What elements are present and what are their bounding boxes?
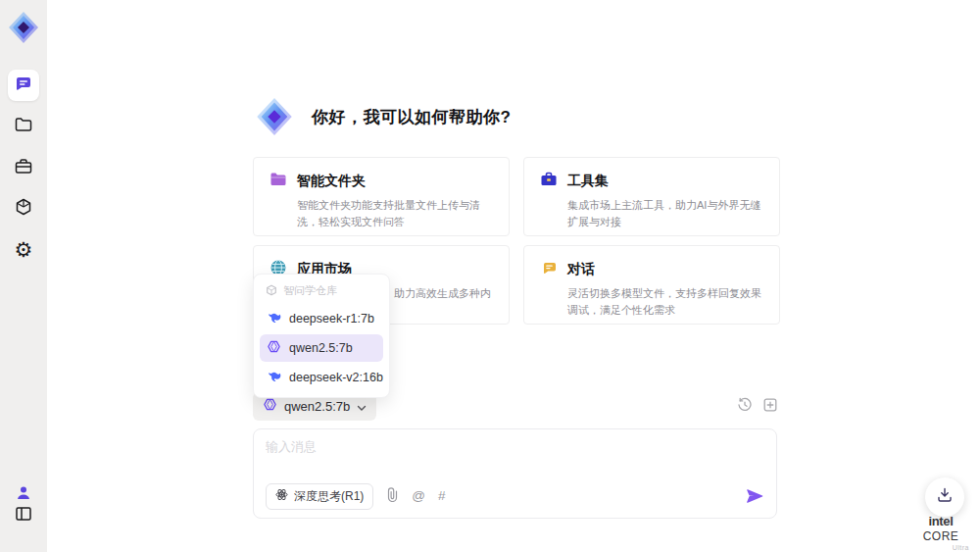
model-dropdown-header: 智问学仓库 <box>260 280 383 303</box>
model-option-deepseek-v2[interactable]: deepseek-v2:16b <box>260 364 383 391</box>
card-description: 智能文件夹功能支持批量文件上传与清洗，轻松实现文件问答 <box>297 197 493 230</box>
composer-toolbar: 深度思考(R1) @ # <box>266 483 764 509</box>
model-option-label: qwen2.5:7b <box>289 341 353 355</box>
chat-card-icon <box>540 259 558 280</box>
qwen-icon <box>267 339 281 357</box>
core-tier-label: Ultra <box>912 544 969 551</box>
message-input[interactable] <box>266 438 756 477</box>
repository-icon <box>266 284 277 298</box>
folder-icon <box>14 115 33 138</box>
sidebar: ⚙ <box>0 0 47 552</box>
model-option-label: deepseek-r1:7b <box>289 312 374 326</box>
card-title: 工具集 <box>567 173 609 190</box>
history-icon[interactable] <box>737 397 753 413</box>
card-smart-folder[interactable]: 智能文件夹 智能文件夹功能支持批量文件上传与清洗，轻松实现文件问答 <box>253 157 510 236</box>
page-title: 你好，我可以如何帮助你? <box>312 106 511 128</box>
card-title: 对话 <box>567 261 595 278</box>
model-option-label: deepseek-v2:16b <box>289 371 383 384</box>
chevron-down-icon <box>357 398 367 416</box>
download-button[interactable] <box>925 477 964 517</box>
cube-icon <box>14 197 33 221</box>
new-chat-icon[interactable] <box>762 397 778 413</box>
core-wordmark: core <box>923 529 959 543</box>
sidebar-item-settings[interactable]: ⚙ <box>8 233 39 265</box>
chat-icon <box>14 74 33 97</box>
deep-think-toggle[interactable]: 深度思考(R1) <box>266 483 373 510</box>
greeting: 你好，我可以如何帮助你? <box>255 97 511 136</box>
model-dropdown: 智问学仓库 deepseek-r1:7b qwen2.5:7b <box>253 274 390 398</box>
briefcase-icon <box>14 157 33 180</box>
deepseek-icon <box>267 310 281 327</box>
intel-wordmark: intel <box>928 514 953 528</box>
send-icon[interactable] <box>745 486 764 506</box>
sidebar-item-chat[interactable] <box>8 70 39 101</box>
model-option-deepseek-r1[interactable]: deepseek-r1:7b <box>260 305 383 332</box>
panel-icon <box>14 504 33 527</box>
message-composer: 深度思考(R1) @ # <box>253 428 777 519</box>
mention-icon[interactable]: @ <box>412 489 425 503</box>
card-chat[interactable]: 对话 灵活切换多模型文件，支持多样回复效果调试，满足个性化需求 <box>523 245 780 325</box>
folder-card-icon <box>270 171 287 192</box>
intel-core-logo: intel core Ultra <box>912 514 969 551</box>
app-window: ⚙ <box>0 0 980 552</box>
card-title: 智能文件夹 <box>297 173 366 190</box>
sidebar-item-apps[interactable] <box>8 193 39 225</box>
card-toolset[interactable]: 工具集 集成市场上主流工具，助力AI与外界无缝扩展与对接 <box>523 157 780 236</box>
greeting-logo-icon <box>255 97 294 136</box>
gear-icon: ⚙ <box>15 239 33 260</box>
app-logo-icon <box>6 10 41 45</box>
deep-think-label: 深度思考(R1) <box>294 488 364 505</box>
model-option-qwen[interactable]: qwen2.5:7b <box>260 334 383 362</box>
card-description: 灵活切换多模型文件，支持多样回复效果调试，满足个性化需求 <box>567 285 763 319</box>
model-dropdown-header-label: 智问学仓库 <box>283 283 337 298</box>
sidebar-item-tools[interactable] <box>8 153 39 184</box>
hashtag-icon[interactable]: # <box>438 489 446 503</box>
attachment-icon[interactable] <box>386 487 399 506</box>
chat-row-actions <box>737 397 778 413</box>
card-description: 集成市场上主流工具，助力AI与外界无缝扩展与对接 <box>567 197 763 230</box>
sidebar-item-folders[interactable] <box>8 111 39 142</box>
download-icon <box>936 486 954 508</box>
toolset-card-icon <box>540 171 558 192</box>
deepseek-icon <box>267 369 281 386</box>
selected-model-label: qwen2.5:7b <box>284 399 350 414</box>
sidebar-collapse-button[interactable] <box>8 500 39 531</box>
atom-icon <box>275 488 288 504</box>
qwen-icon <box>263 397 277 416</box>
